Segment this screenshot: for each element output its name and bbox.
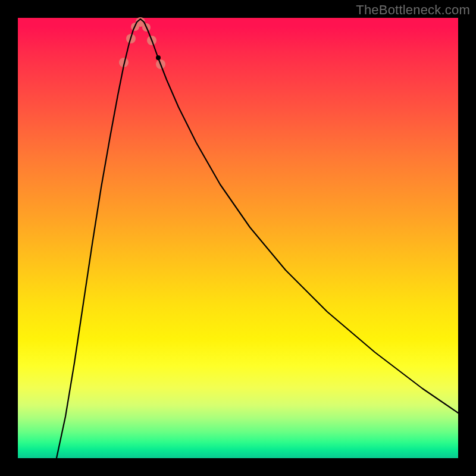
watermark-text: TheBottleneck.com <box>356 2 470 18</box>
chart-frame: TheBottleneck.com <box>0 0 476 476</box>
curve-svg <box>18 18 458 458</box>
plot-area <box>18 18 458 458</box>
markers-group <box>119 17 165 69</box>
bottleneck-curve <box>57 19 458 458</box>
